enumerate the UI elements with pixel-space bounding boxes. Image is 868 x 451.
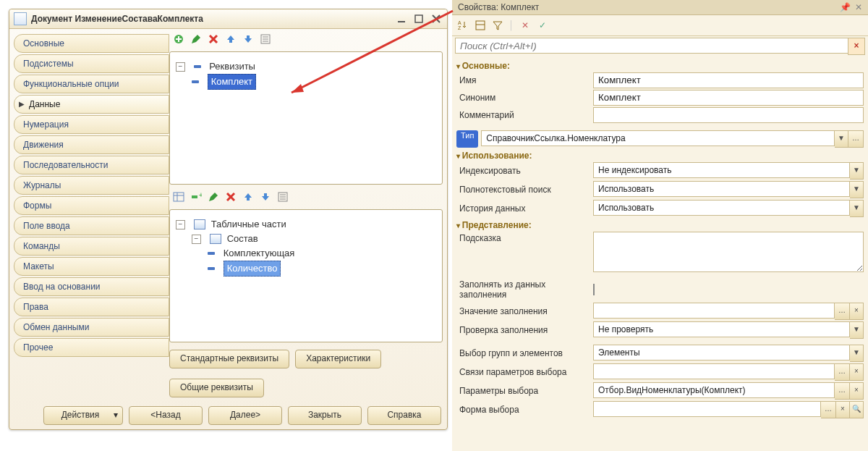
form-x-icon[interactable]: × xyxy=(836,401,850,418)
select-fulltext[interactable]: Использовать xyxy=(593,181,850,197)
standard-attrs-button[interactable]: Стандартные реквизиты xyxy=(169,350,289,368)
tab-forms[interactable]: Формы xyxy=(14,196,169,215)
tab-exchange[interactable]: Обмен данными xyxy=(14,318,169,337)
select-fillcheck[interactable]: Не проверять xyxy=(593,321,850,337)
actions-button[interactable]: Действия▾ xyxy=(43,406,123,425)
form-dots-icon[interactable]: … xyxy=(821,401,836,418)
input-paramlinks[interactable] xyxy=(593,363,835,379)
tab-subsystems[interactable]: Подсистемы xyxy=(14,54,169,73)
section-usage[interactable]: Использование: xyxy=(456,149,864,162)
fillvalue-x-icon[interactable]: × xyxy=(850,303,864,320)
select-index[interactable]: Не индексировать xyxy=(593,162,850,178)
table-icon xyxy=(194,219,205,229)
delete-icon[interactable] xyxy=(207,33,220,46)
history-dd-icon[interactable]: ▼ xyxy=(850,200,864,217)
moveup2-icon[interactable] xyxy=(242,190,255,203)
fillcheck-dd-icon[interactable]: ▼ xyxy=(850,321,864,339)
groupel-dd-icon[interactable]: ▼ xyxy=(850,345,864,362)
tab-other[interactable]: Прочее xyxy=(14,338,169,357)
attribute-komplekt[interactable]: Комплект xyxy=(208,74,256,90)
type-dots-icon[interactable]: … xyxy=(848,130,864,148)
params-dots-icon[interactable]: … xyxy=(835,382,850,400)
tab-inputfield[interactable]: Поле ввода xyxy=(14,216,169,235)
svg-rect-26 xyxy=(476,21,485,30)
addfield-icon[interactable]: + xyxy=(190,190,203,203)
moveup-icon[interactable] xyxy=(224,33,237,46)
movedown-icon[interactable] xyxy=(242,33,255,46)
input-comment[interactable] xyxy=(593,107,864,123)
tab-rights[interactable]: Права xyxy=(14,298,169,316)
delete2-icon[interactable] xyxy=(224,190,237,203)
clear-icon[interactable]: ✕ xyxy=(519,19,532,32)
section-presentation[interactable]: Представление: xyxy=(456,219,864,232)
list-icon[interactable] xyxy=(259,33,272,46)
common-attrs-button[interactable]: Общие реквизиты xyxy=(169,379,264,397)
collapse-icon[interactable]: − xyxy=(176,62,185,72)
close-prop-icon[interactable]: ✕ xyxy=(855,2,862,12)
pin-icon[interactable]: 📌 xyxy=(840,2,851,12)
left-tabs: Основные Подсистемы Функциональные опции… xyxy=(14,31,169,400)
select-groupel[interactable]: Элементы xyxy=(593,345,850,361)
edit-icon[interactable] xyxy=(190,33,203,46)
movedown2-icon[interactable] xyxy=(259,190,272,203)
clear-search-icon[interactable]: × xyxy=(848,38,865,55)
next-button[interactable]: Далее> xyxy=(208,406,282,425)
tab-templates[interactable]: Макеты xyxy=(14,257,169,276)
properties-header[interactable]: Свойства: Комплект 📌✕ xyxy=(452,0,868,15)
checkbox-fillfromdata[interactable] xyxy=(593,284,595,295)
tab-journals[interactable]: Журналы xyxy=(14,176,169,195)
field-komplekt[interactable]: Комплектующая xyxy=(224,246,295,261)
tabpart-icon[interactable] xyxy=(172,190,185,203)
close-button[interactable] xyxy=(430,14,443,25)
field-quantity[interactable]: Количество xyxy=(224,261,281,277)
tabparts-tree[interactable]: − Табличные части − Состав Комплектующая… xyxy=(173,213,439,281)
select-history[interactable]: Использовать xyxy=(593,200,850,216)
tab-inputbasedon[interactable]: Ввод на основании xyxy=(14,277,169,296)
collapse2-icon[interactable]: − xyxy=(176,220,185,229)
collapse3-icon[interactable]: − xyxy=(192,235,201,244)
help-button[interactable]: Справка xyxy=(367,406,441,425)
list2-icon[interactable] xyxy=(276,190,289,203)
tab-funcoptions[interactable]: Функциональные опции xyxy=(14,75,169,93)
paramlinks-dots-icon[interactable]: … xyxy=(835,363,850,381)
filter-icon[interactable] xyxy=(491,19,504,32)
minimize-button[interactable] xyxy=(395,14,408,25)
input-name[interactable] xyxy=(593,72,864,88)
input-type[interactable]: СправочникСсылка.Номенклатура xyxy=(481,130,835,146)
add-icon[interactable] xyxy=(172,33,185,46)
maximize-button[interactable] xyxy=(412,14,425,25)
type-dropdown-icon[interactable]: ▼ xyxy=(835,130,848,148)
input-hint[interactable] xyxy=(593,232,864,272)
sort-icon[interactable]: AZ xyxy=(456,19,469,32)
titlebar[interactable]: Документ ИзменениеСоставаКомплекта xyxy=(9,9,447,29)
index-dd-icon[interactable]: ▼ xyxy=(850,162,864,180)
search-input[interactable] xyxy=(455,38,848,54)
tab-numbering[interactable]: Нумерация xyxy=(14,115,169,134)
tabparts-root: Табличные части xyxy=(211,217,286,232)
form-search-icon[interactable]: 🔍 xyxy=(850,401,864,418)
tab-data[interactable]: Данные xyxy=(14,95,169,114)
input-fillvalue[interactable] xyxy=(593,303,835,319)
categorized-icon[interactable] xyxy=(474,19,487,32)
params-x-icon[interactable]: × xyxy=(850,382,864,400)
input-form[interactable] xyxy=(593,401,821,417)
section-main[interactable]: Основные: xyxy=(456,59,864,72)
label-fulltext: Полнотекстовый поиск xyxy=(456,183,590,196)
input-synonym[interactable] xyxy=(593,90,864,106)
fillvalue-dots-icon[interactable]: … xyxy=(835,303,850,320)
characteristics-button[interactable]: Характеристики xyxy=(295,350,381,368)
tabpart-sostav[interactable]: Состав xyxy=(227,232,258,246)
tab-basic[interactable]: Основные xyxy=(14,34,169,53)
attributes-tree[interactable]: − Реквизиты Комплект xyxy=(173,55,439,94)
paramlinks-x-icon[interactable]: × xyxy=(850,363,864,381)
tab-movements[interactable]: Движения xyxy=(14,135,169,154)
back-button[interactable]: <Назад xyxy=(129,406,203,425)
close-button[interactable]: Закрыть xyxy=(288,406,362,425)
tab-sequences[interactable]: Последовательности xyxy=(14,156,169,174)
check-icon[interactable]: ✓ xyxy=(536,19,549,32)
edit2-icon[interactable] xyxy=(207,190,220,203)
tab-commands[interactable]: Команды xyxy=(14,237,169,256)
fulltext-dd-icon[interactable]: ▼ xyxy=(850,181,864,198)
label-comment: Комментарий xyxy=(456,109,590,122)
input-params[interactable]: Отбор.ВидНоменклатуры(Комплект) xyxy=(593,382,835,398)
